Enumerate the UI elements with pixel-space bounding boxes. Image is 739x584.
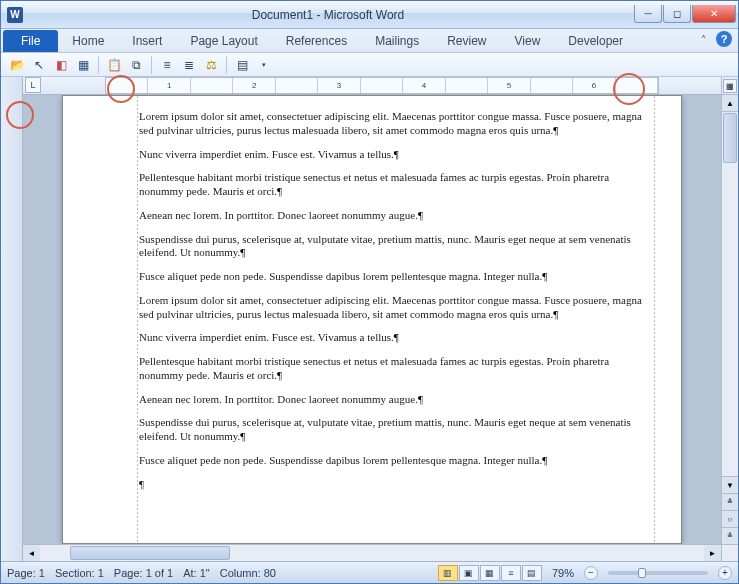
scroll-down-arrow-icon[interactable]: ▼ [722,476,738,493]
title-bar[interactable]: W Document1 - Microsoft Word ─ ◻ ✕ [1,1,738,29]
ruler-tick [361,78,403,93]
close-button[interactable]: ✕ [692,5,736,23]
zoom-out-button[interactable]: − [584,566,598,580]
paragraph[interactable]: ¶ [139,478,653,492]
ribbon-tab-page-layout[interactable]: Page Layout [176,30,271,52]
status-page-of[interactable]: Page: 1 of 1 [114,567,173,579]
full-screen-view-button[interactable]: ▣ [459,565,479,581]
next-page-icon[interactable]: ≚ [722,527,738,544]
ruler-toggle-icon[interactable]: ▦ [723,79,737,93]
page-viewport[interactable]: Lorem ipsum dolor sit amet, consectetuer… [23,95,721,544]
word-app-icon: W [7,7,23,23]
status-bar: Page: 1 Section: 1 Page: 1 of 1 At: 1" C… [1,561,738,583]
ruler-tick [446,78,488,93]
outline-view-button[interactable]: ≡ [501,565,521,581]
ruler-tick: 6 [573,78,615,93]
web-layout-view-button[interactable]: ▦ [480,565,500,581]
left-margin-guide [137,96,138,543]
zoom-level[interactable]: 79% [552,567,574,579]
status-page[interactable]: Page: 1 [7,567,45,579]
paragraph[interactable]: Fusce aliquet pede non pede. Suspendisse… [139,270,653,284]
navigation-pane-icon[interactable]: ◧ [51,55,71,75]
toolbar-separator [226,56,227,74]
vertical-ruler[interactable] [1,77,23,561]
paragraph[interactable]: Nunc viverra imperdiet enim. Fusce est. … [139,148,653,162]
ruler-tick [191,78,233,93]
paragraph[interactable]: Lorem ipsum dolor sit amet, consectetuer… [139,110,653,138]
ruler-tick: 3 [318,78,360,93]
ruler-tick: 5 [488,78,530,93]
ruler-tick: 4 [403,78,445,93]
collapse-ribbon-button[interactable]: ˄ [696,32,710,46]
ribbon-tab-review[interactable]: Review [433,30,500,52]
scroll-left-arrow-icon[interactable]: ◄ [23,545,40,561]
toolbar-separator [151,56,152,74]
status-column[interactable]: Column: 80 [220,567,276,579]
status-at[interactable]: At: 1" [183,567,210,579]
page-layout-icon[interactable]: ▤ [232,55,252,75]
align-left-icon[interactable]: ≡ [157,55,177,75]
paragraph[interactable]: Nunc viverra imperdiet enim. Fusce est. … [139,331,653,345]
view-mode-buttons: ▥ ▣ ▦ ≡ ▤ [438,565,542,581]
right-margin-guide [654,96,655,543]
paragraph[interactable]: Suspendisse dui purus, scelerisque at, v… [139,416,653,444]
copy-icon[interactable]: ⧉ [126,55,146,75]
paragraph[interactable]: Suspendisse dui purus, scelerisque at, v… [139,233,653,261]
status-section[interactable]: Section: 1 [55,567,104,579]
paragraph[interactable]: Lorem ipsum dolor sit amet, consectetuer… [139,294,653,322]
vscroll-track[interactable] [722,164,738,476]
dropdown-icon[interactable]: ▾ [254,55,274,75]
open-icon[interactable]: 📂 [7,55,27,75]
quick-toolbar: 📂 ↖ ◧ ▦ 📋 ⧉ ≡ ≣ ⚖ ▤ ▾ [1,53,738,77]
toolbar-separator [98,56,99,74]
paragraph[interactable]: Pellentesque habitant morbi tristique se… [139,171,653,199]
balance-icon[interactable]: ⚖ [201,55,221,75]
zoom-slider-thumb[interactable] [638,568,646,578]
vertical-scrollbar[interactable]: ▲ ▼ ≙ ○ ≚ [721,95,738,544]
document-page[interactable]: Lorem ipsum dolor sit amet, consectetuer… [62,95,682,544]
paste-icon[interactable]: 📋 [104,55,124,75]
ribbon-tab-view[interactable]: View [501,30,555,52]
tab-stop-selector[interactable]: L [25,77,41,93]
ribbon-tab-mailings[interactable]: Mailings [361,30,433,52]
ruler-tick [616,78,658,93]
zoom-slider[interactable] [608,571,708,575]
ribbon-tab-strip: File Home Insert Page Layout References … [1,29,738,53]
ruler-tick [531,78,573,93]
help-button[interactable]: ? [716,31,732,47]
hscroll-thumb[interactable] [70,546,230,560]
horizontal-ruler[interactable]: L 1 2 3 4 5 6 [23,77,721,95]
window-title: Document1 - Microsoft Word [23,8,633,22]
document-area: L 1 2 3 4 5 6 [1,77,738,561]
align-center-icon[interactable]: ≣ [179,55,199,75]
print-layout-view-button[interactable]: ▥ [438,565,458,581]
paragraph[interactable]: Aenean nec lorem. In porttitor. Donec la… [139,393,653,407]
ribbon-tab-references[interactable]: References [272,30,361,52]
previous-page-icon[interactable]: ≙ [722,493,738,510]
paragraph[interactable]: Pellentesque habitant morbi tristique se… [139,355,653,383]
paragraph[interactable]: Fusce aliquet pede non pede. Suspendisse… [139,454,653,468]
file-tab[interactable]: File [3,30,58,52]
vscroll-thumb[interactable] [723,113,737,163]
ruler-tick: 1 [148,78,190,93]
ruler-tick [106,78,148,93]
browse-object-icon[interactable]: ○ [722,510,738,527]
maximize-button[interactable]: ◻ [663,5,691,23]
scroll-up-arrow-icon[interactable]: ▲ [722,95,738,112]
horizontal-scrollbar[interactable]: ◄ ► [23,544,721,561]
ribbon-tab-developer[interactable]: Developer [554,30,637,52]
draft-view-button[interactable]: ▤ [522,565,542,581]
ruler-tick [276,78,318,93]
select-arrow-icon[interactable]: ↖ [29,55,49,75]
hscroll-track[interactable] [40,545,704,561]
scroll-right-arrow-icon[interactable]: ► [704,545,721,561]
insert-table-icon[interactable]: ▦ [73,55,93,75]
paragraph[interactable]: Aenean nec lorem. In porttitor. Donec la… [139,209,653,223]
ribbon-tab-home[interactable]: Home [58,30,118,52]
minimize-button[interactable]: ─ [634,5,662,23]
zoom-in-button[interactable]: + [718,566,732,580]
ruler-tick: 2 [233,78,275,93]
ribbon-tab-insert[interactable]: Insert [118,30,176,52]
